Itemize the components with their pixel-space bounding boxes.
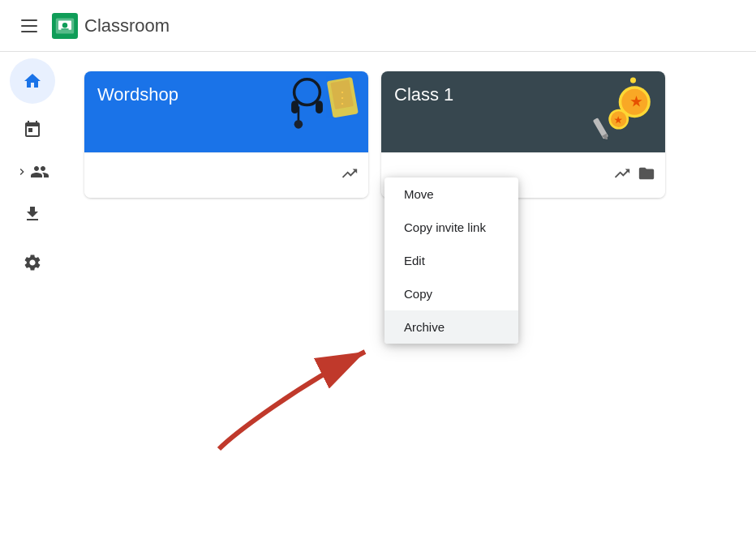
menu-item-archive[interactable]: Archive	[384, 310, 518, 344]
svg-point-9	[294, 120, 303, 129]
chevron-right-icon	[15, 165, 28, 178]
menu-item-edit[interactable]: Edit	[384, 244, 518, 277]
sidebar-item-archive-download[interactable]	[10, 191, 55, 237]
wordshop-card: Wordshop ⋮	[84, 71, 368, 198]
sidebar	[0, 52, 65, 543]
menu-button[interactable]	[13, 10, 45, 42]
svg-rect-7	[316, 100, 323, 113]
main-content: Wordshop ⋮	[65, 52, 756, 543]
menu-item-copy[interactable]: Copy	[384, 277, 518, 310]
red-arrow-annotation	[170, 303, 397, 465]
sidebar-item-calendar[interactable]	[10, 107, 55, 152]
svg-point-12	[630, 78, 636, 83]
settings-icon	[23, 253, 42, 272]
class1-folder-icon[interactable]	[638, 165, 655, 186]
class1-card-header: Class 1 ★ ★	[381, 71, 665, 152]
wordshop-card-title: Wordshop	[97, 84, 178, 105]
classroom-logo-icon	[52, 13, 78, 39]
svg-text:★: ★	[630, 95, 642, 109]
main-layout: Wordshop ⋮	[0, 52, 756, 543]
svg-point-5	[294, 79, 320, 105]
sidebar-item-people[interactable]	[6, 156, 58, 188]
calendar-icon	[23, 120, 42, 139]
svg-text:★: ★	[614, 115, 623, 125]
class1-trending-up-icon	[613, 165, 631, 182]
class1-trending-icon[interactable]	[613, 165, 631, 186]
svg-point-3	[62, 23, 67, 28]
wordshop-deco2-icon	[325, 75, 362, 136]
menu-item-move[interactable]: Move	[384, 177, 518, 211]
hamburger-icon	[21, 19, 37, 32]
folder-icon	[638, 165, 655, 182]
download-icon	[23, 204, 42, 224]
app-header: Classroom	[0, 0, 756, 52]
app-logo: Classroom	[52, 13, 170, 39]
wordshop-card-header: Wordshop ⋮	[84, 71, 368, 152]
trending-up-icon	[341, 165, 359, 182]
app-title: Classroom	[84, 15, 170, 36]
class1-card-title: Class 1	[394, 84, 453, 105]
people-icon	[30, 162, 49, 182]
sidebar-item-settings[interactable]	[10, 240, 55, 285]
home-icon	[23, 71, 42, 91]
sidebar-item-home[interactable]	[10, 58, 55, 104]
menu-item-copy-invite-link[interactable]: Copy invite link	[384, 211, 518, 244]
context-menu: Move Copy invite link Edit Copy Archive	[384, 177, 518, 344]
wordshop-deco-icon	[285, 78, 329, 139]
wordshop-trending-icon[interactable]	[341, 165, 359, 186]
class1-deco-icon: ★ ★	[582, 75, 659, 139]
svg-rect-4	[61, 28, 69, 30]
wordshop-card-footer	[84, 152, 368, 198]
